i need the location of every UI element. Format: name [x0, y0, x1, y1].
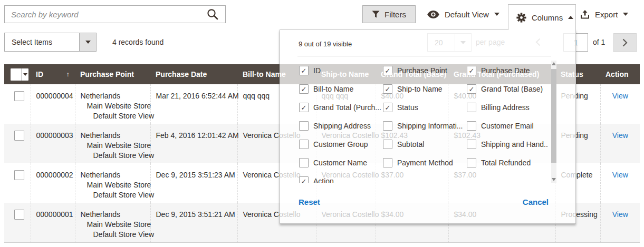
id-cell: 000000003	[31, 124, 75, 163]
mass-action-arrow[interactable]	[79, 33, 96, 51]
scroll-up-icon[interactable]	[552, 62, 556, 65]
column-option-payment-method[interactable]: Payment Method	[383, 158, 453, 167]
column-option-label: Payment Method	[397, 159, 453, 167]
column-option-customer-email[interactable]: Customer Email	[467, 121, 534, 131]
columns-button[interactable]: Columns	[508, 4, 576, 30]
column-option-label: Customer Email	[481, 122, 534, 130]
search-icon[interactable]	[207, 8, 218, 20]
header-purchase-date[interactable]: Purchase Date	[150, 64, 237, 84]
column-option-grand-total-purch[interactable]: ✓Grand Total (Purch...	[299, 103, 381, 112]
select-all-control[interactable]	[11, 68, 28, 81]
mass-action-select[interactable]: Select Items	[4, 33, 97, 52]
column-option-action[interactable]: ✓Action	[299, 176, 334, 183]
column-option-status[interactable]: ✓Status	[383, 103, 418, 112]
header-id[interactable]: ID ↑	[31, 64, 75, 84]
scrollbar-thumb[interactable]	[551, 69, 556, 163]
cancel-button[interactable]: Cancel	[523, 197, 549, 206]
checkbox-checked-icon[interactable]: ✓	[299, 176, 309, 183]
row-select-cell	[4, 163, 31, 203]
default-view-control[interactable]: Default View	[427, 5, 499, 23]
checkbox-unchecked-icon[interactable]	[467, 140, 476, 149]
column-option-label: Customer Group	[313, 140, 368, 149]
panel-scrollbar[interactable]	[551, 61, 556, 183]
column-option-ship-to-name[interactable]: ✓Ship-to Name	[383, 84, 443, 94]
checkbox-unchecked-icon[interactable]	[299, 121, 309, 131]
keyword-search	[4, 5, 226, 23]
action-cell: View	[600, 124, 640, 163]
column-option-label: Customer Name	[313, 159, 367, 167]
header-action: Action	[600, 64, 640, 84]
row-checkbox[interactable]	[14, 91, 24, 101]
purchase-point-cell: NetherlandsMain Website StoreDefault Sto…	[75, 163, 150, 203]
checkbox-checked-icon[interactable]: ✓	[383, 84, 392, 94]
filter-funnel-icon	[372, 11, 380, 18]
sort-ascending-icon[interactable]: ↑	[66, 70, 70, 78]
column-option-purchase-date[interactable]: ✓Purchase Date	[467, 66, 530, 75]
view-order-link[interactable]: View	[606, 91, 635, 101]
row-checkbox[interactable]	[14, 210, 24, 220]
column-option-label: Action	[313, 177, 334, 183]
column-options-list: ✓ID✓Purchase Point✓Purchase Date✓Bill-to…	[280, 60, 575, 183]
purchase-date-cell: Mar 21, 2016 6:52:44 AM	[150, 84, 237, 124]
column-option-customer-name[interactable]: Customer Name	[299, 158, 367, 167]
checkbox-checked-icon[interactable]: ✓	[467, 66, 476, 75]
checkbox-unchecked-icon[interactable]	[299, 140, 309, 149]
column-option-customer-group[interactable]: Customer Group	[299, 140, 368, 149]
columns-label: Columns	[532, 13, 563, 22]
checkbox-unchecked-icon[interactable]	[467, 158, 476, 167]
purchase-date-cell: Feb 4, 2016 12:01:42 AM	[150, 124, 237, 163]
checkbox-checked-icon[interactable]: ✓	[299, 66, 309, 75]
view-order-link[interactable]: View	[606, 210, 635, 220]
reset-button[interactable]: Reset	[299, 197, 320, 206]
header-purchase-point[interactable]: Purchase Point	[75, 64, 150, 84]
checkbox-unchecked-icon[interactable]	[383, 121, 392, 131]
checkbox-checked-icon[interactable]: ✓	[383, 103, 392, 112]
checkbox-unchecked-icon[interactable]	[383, 158, 392, 167]
checkbox-checked-icon[interactable]: ✓	[299, 103, 309, 112]
row-select-cell	[4, 124, 31, 163]
column-option-id[interactable]: ✓ID	[299, 66, 321, 75]
view-order-link[interactable]: View	[606, 131, 635, 141]
column-option-shipping-and-hand[interactable]: Shipping and Hand..	[467, 140, 548, 149]
checkbox-checked-icon[interactable]: ✓	[467, 84, 476, 94]
next-page-button[interactable]	[613, 33, 637, 52]
id-cell: 000000001	[31, 203, 75, 243]
column-option-shipping-informati[interactable]: Shipping Informati...	[383, 121, 463, 131]
action-cell: View	[600, 203, 640, 243]
checkbox-unchecked-icon[interactable]	[467, 121, 476, 131]
id-cell: 000000004	[31, 84, 75, 124]
row-checkbox[interactable]	[14, 170, 24, 180]
checkbox-unchecked-icon[interactable]	[467, 103, 476, 112]
column-option-label: ID	[313, 66, 321, 75]
select-all-checkbox[interactable]	[11, 68, 21, 81]
scroll-down-icon[interactable]	[552, 178, 556, 181]
column-option-shipping-address[interactable]: Shipping Address	[299, 121, 371, 131]
checkbox-checked-icon[interactable]: ✓	[299, 84, 309, 94]
view-order-link[interactable]: View	[606, 170, 635, 180]
column-option-label: Grand Total (Purch...	[313, 103, 381, 112]
columns-visible-summary: 9 out of 19 visible	[299, 40, 352, 48]
select-all-caret[interactable]	[21, 68, 28, 81]
export-control[interactable]: Export	[580, 5, 628, 23]
column-option-total-refunded[interactable]: Total Refunded	[467, 158, 531, 167]
filters-button[interactable]: Filters	[362, 5, 416, 23]
column-option-billing-address[interactable]: Billing Address	[467, 103, 530, 112]
row-select-cell	[4, 84, 31, 124]
default-view-label: Default View	[445, 10, 489, 19]
column-option-subtotal[interactable]: Subtotal	[383, 140, 424, 149]
column-option-purchase-point[interactable]: ✓Purchase Point	[383, 66, 447, 75]
row-select-cell	[4, 203, 31, 243]
row-checkbox[interactable]	[14, 131, 24, 141]
chevron-down-icon	[85, 41, 91, 44]
search-input[interactable]	[4, 5, 226, 23]
column-option-bill-to-name[interactable]: ✓Bill-to Name	[299, 84, 353, 94]
checkbox-unchecked-icon[interactable]	[383, 140, 392, 149]
checkbox-checked-icon[interactable]: ✓	[383, 66, 392, 75]
checkbox-unchecked-icon[interactable]	[299, 158, 309, 167]
action-cell: View	[600, 84, 640, 124]
column-option-grand-total-base[interactable]: ✓Grand Total (Base)	[467, 84, 543, 94]
page-of-label: of 1	[593, 38, 605, 46]
column-option-label: Total Refunded	[481, 159, 531, 167]
select-all-header	[4, 64, 31, 84]
id-cell: 000000002	[31, 163, 75, 203]
